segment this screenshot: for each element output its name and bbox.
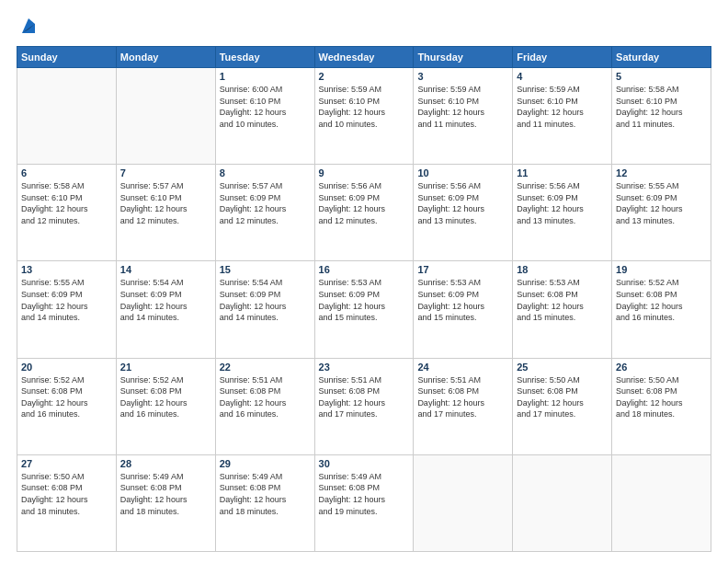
table-row: 13Sunrise: 5:55 AM Sunset: 6:09 PM Dayli… bbox=[17, 261, 117, 358]
day-info: Sunrise: 5:50 AM Sunset: 6:08 PM Dayligh… bbox=[517, 374, 608, 420]
table-row: 19Sunrise: 5:52 AM Sunset: 6:08 PM Dayli… bbox=[612, 261, 711, 358]
calendar-week-row: 1Sunrise: 6:00 AM Sunset: 6:10 PM Daylig… bbox=[17, 68, 711, 165]
col-wednesday: Wednesday bbox=[314, 47, 414, 68]
logo-icon bbox=[18, 17, 39, 37]
table-row: 12Sunrise: 5:55 AM Sunset: 6:09 PM Dayli… bbox=[612, 165, 711, 261]
day-number: 30 bbox=[319, 458, 410, 469]
day-number: 26 bbox=[616, 362, 707, 373]
table-row: 1Sunrise: 6:00 AM Sunset: 6:10 PM Daylig… bbox=[215, 68, 314, 165]
day-info: Sunrise: 5:55 AM Sunset: 6:09 PM Dayligh… bbox=[21, 277, 112, 323]
table-row: 29Sunrise: 5:49 AM Sunset: 6:08 PM Dayli… bbox=[215, 454, 314, 551]
table-row: 5Sunrise: 5:58 AM Sunset: 6:10 PM Daylig… bbox=[612, 68, 711, 165]
col-thursday: Thursday bbox=[414, 47, 513, 68]
day-number: 27 bbox=[21, 458, 112, 469]
table-row: 11Sunrise: 5:56 AM Sunset: 6:09 PM Dayli… bbox=[513, 165, 612, 261]
day-number: 24 bbox=[417, 362, 508, 373]
table-row: 7Sunrise: 5:57 AM Sunset: 6:10 PM Daylig… bbox=[116, 165, 215, 261]
day-number: 22 bbox=[220, 362, 311, 373]
day-number: 3 bbox=[417, 71, 508, 82]
day-number: 19 bbox=[616, 264, 707, 275]
day-number: 29 bbox=[220, 458, 311, 469]
calendar-week-row: 6Sunrise: 5:58 AM Sunset: 6:10 PM Daylig… bbox=[17, 165, 711, 261]
day-number: 15 bbox=[220, 264, 311, 275]
table-row: 18Sunrise: 5:53 AM Sunset: 6:08 PM Dayli… bbox=[513, 261, 612, 358]
day-info: Sunrise: 5:57 AM Sunset: 6:09 PM Dayligh… bbox=[220, 180, 311, 226]
day-info: Sunrise: 5:50 AM Sunset: 6:08 PM Dayligh… bbox=[616, 374, 707, 420]
table-row: 23Sunrise: 5:51 AM Sunset: 6:08 PM Dayli… bbox=[314, 358, 414, 454]
svg-marker-0 bbox=[22, 18, 35, 33]
col-monday: Monday bbox=[116, 47, 215, 68]
table-row bbox=[116, 68, 215, 165]
table-row: 14Sunrise: 5:54 AM Sunset: 6:09 PM Dayli… bbox=[116, 261, 215, 358]
day-info: Sunrise: 5:54 AM Sunset: 6:09 PM Dayligh… bbox=[120, 277, 211, 323]
logo bbox=[17, 17, 39, 37]
calendar-header-row: Sunday Monday Tuesday Wednesday Thursday… bbox=[17, 47, 711, 68]
day-number: 5 bbox=[616, 71, 707, 82]
day-number: 4 bbox=[517, 71, 608, 82]
table-row: 20Sunrise: 5:52 AM Sunset: 6:08 PM Dayli… bbox=[17, 358, 117, 454]
day-number: 28 bbox=[120, 458, 211, 469]
day-number: 21 bbox=[120, 362, 211, 373]
day-number: 8 bbox=[220, 167, 311, 178]
table-row: 8Sunrise: 5:57 AM Sunset: 6:09 PM Daylig… bbox=[215, 165, 314, 261]
day-number: 18 bbox=[517, 264, 608, 275]
table-row bbox=[17, 68, 117, 165]
calendar-week-row: 13Sunrise: 5:55 AM Sunset: 6:09 PM Dayli… bbox=[17, 261, 711, 358]
table-row bbox=[612, 454, 711, 551]
table-row: 6Sunrise: 5:58 AM Sunset: 6:10 PM Daylig… bbox=[17, 165, 117, 261]
day-info: Sunrise: 5:49 AM Sunset: 6:08 PM Dayligh… bbox=[120, 471, 211, 517]
day-info: Sunrise: 5:58 AM Sunset: 6:10 PM Dayligh… bbox=[616, 84, 707, 130]
col-sunday: Sunday bbox=[17, 47, 117, 68]
table-row: 9Sunrise: 5:56 AM Sunset: 6:09 PM Daylig… bbox=[314, 165, 414, 261]
day-number: 10 bbox=[417, 167, 508, 178]
table-row bbox=[414, 454, 513, 551]
day-info: Sunrise: 5:59 AM Sunset: 6:10 PM Dayligh… bbox=[417, 84, 508, 130]
day-number: 13 bbox=[21, 264, 112, 275]
day-number: 23 bbox=[319, 362, 410, 373]
day-number: 25 bbox=[517, 362, 608, 373]
day-number: 9 bbox=[319, 167, 410, 178]
day-info: Sunrise: 5:52 AM Sunset: 6:08 PM Dayligh… bbox=[120, 374, 211, 420]
day-number: 2 bbox=[319, 71, 410, 82]
table-row: 17Sunrise: 5:53 AM Sunset: 6:09 PM Dayli… bbox=[414, 261, 513, 358]
day-number: 16 bbox=[319, 264, 410, 275]
day-info: Sunrise: 6:00 AM Sunset: 6:10 PM Dayligh… bbox=[220, 84, 311, 130]
table-row: 10Sunrise: 5:56 AM Sunset: 6:09 PM Dayli… bbox=[414, 165, 513, 261]
table-row: 26Sunrise: 5:50 AM Sunset: 6:08 PM Dayli… bbox=[612, 358, 711, 454]
day-number: 20 bbox=[21, 362, 112, 373]
table-row: 28Sunrise: 5:49 AM Sunset: 6:08 PM Dayli… bbox=[116, 454, 215, 551]
day-info: Sunrise: 5:51 AM Sunset: 6:08 PM Dayligh… bbox=[319, 374, 410, 420]
day-info: Sunrise: 5:51 AM Sunset: 6:08 PM Dayligh… bbox=[220, 374, 311, 420]
table-row: 22Sunrise: 5:51 AM Sunset: 6:08 PM Dayli… bbox=[215, 358, 314, 454]
day-info: Sunrise: 5:55 AM Sunset: 6:09 PM Dayligh… bbox=[616, 180, 707, 226]
day-info: Sunrise: 5:51 AM Sunset: 6:08 PM Dayligh… bbox=[417, 374, 508, 420]
day-info: Sunrise: 5:59 AM Sunset: 6:10 PM Dayligh… bbox=[517, 84, 608, 130]
day-info: Sunrise: 5:53 AM Sunset: 6:08 PM Dayligh… bbox=[517, 277, 608, 323]
day-info: Sunrise: 5:52 AM Sunset: 6:08 PM Dayligh… bbox=[616, 277, 707, 323]
day-number: 12 bbox=[616, 167, 707, 178]
day-info: Sunrise: 5:57 AM Sunset: 6:10 PM Dayligh… bbox=[120, 180, 211, 226]
table-row: 24Sunrise: 5:51 AM Sunset: 6:08 PM Dayli… bbox=[414, 358, 513, 454]
day-info: Sunrise: 5:56 AM Sunset: 6:09 PM Dayligh… bbox=[517, 180, 608, 226]
col-friday: Friday bbox=[513, 47, 612, 68]
day-info: Sunrise: 5:58 AM Sunset: 6:10 PM Dayligh… bbox=[21, 180, 112, 226]
day-info: Sunrise: 5:59 AM Sunset: 6:10 PM Dayligh… bbox=[319, 84, 410, 130]
table-row: 21Sunrise: 5:52 AM Sunset: 6:08 PM Dayli… bbox=[116, 358, 215, 454]
day-info: Sunrise: 5:54 AM Sunset: 6:09 PM Dayligh… bbox=[220, 277, 311, 323]
day-info: Sunrise: 5:53 AM Sunset: 6:09 PM Dayligh… bbox=[417, 277, 508, 323]
day-info: Sunrise: 5:50 AM Sunset: 6:08 PM Dayligh… bbox=[21, 471, 112, 517]
day-info: Sunrise: 5:49 AM Sunset: 6:08 PM Dayligh… bbox=[220, 471, 311, 517]
day-info: Sunrise: 5:52 AM Sunset: 6:08 PM Dayligh… bbox=[21, 374, 112, 420]
table-row: 27Sunrise: 5:50 AM Sunset: 6:08 PM Dayli… bbox=[17, 454, 117, 551]
day-number: 14 bbox=[120, 264, 211, 275]
table-row: 4Sunrise: 5:59 AM Sunset: 6:10 PM Daylig… bbox=[513, 68, 612, 165]
table-row: 15Sunrise: 5:54 AM Sunset: 6:09 PM Dayli… bbox=[215, 261, 314, 358]
table-row: 16Sunrise: 5:53 AM Sunset: 6:09 PM Dayli… bbox=[314, 261, 414, 358]
day-info: Sunrise: 5:56 AM Sunset: 6:09 PM Dayligh… bbox=[319, 180, 410, 226]
col-saturday: Saturday bbox=[612, 47, 711, 68]
day-info: Sunrise: 5:56 AM Sunset: 6:09 PM Dayligh… bbox=[417, 180, 508, 226]
calendar-table: Sunday Monday Tuesday Wednesday Thursday… bbox=[17, 46, 711, 552]
day-info: Sunrise: 5:53 AM Sunset: 6:09 PM Dayligh… bbox=[319, 277, 410, 323]
day-number: 6 bbox=[21, 167, 112, 178]
calendar-week-row: 20Sunrise: 5:52 AM Sunset: 6:08 PM Dayli… bbox=[17, 358, 711, 454]
